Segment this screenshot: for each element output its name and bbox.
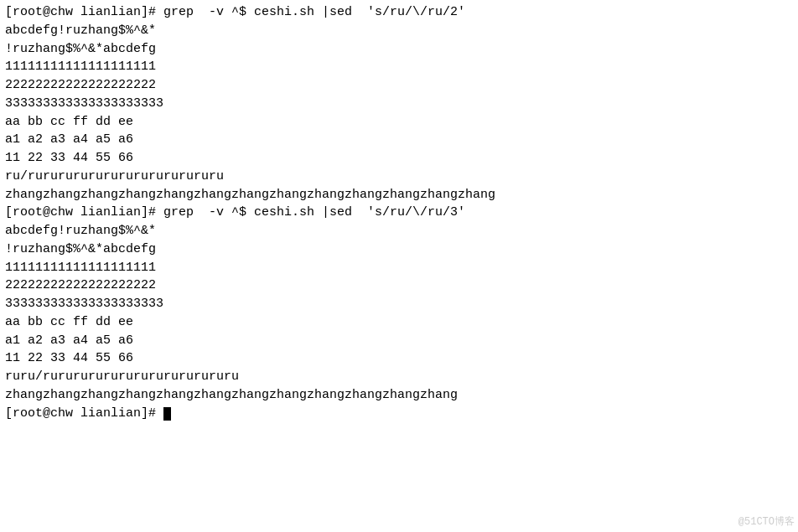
prompt-line: [root@chw lianlian]# grep -v ^$ ceshi.sh…	[5, 204, 793, 222]
output-line: ruru/rururururururururururururu	[5, 368, 793, 386]
output-line: zhangzhangzhangzhangzhangzhangzhangzhang…	[5, 386, 793, 405]
output-line: !ruzhang$%^&*abcdefg	[5, 240, 793, 259]
output-line: 333333333333333333333	[5, 295, 793, 313]
output-line: 22222222222222222222	[5, 76, 793, 95]
output-line: aa bb cc ff dd ee	[5, 113, 793, 132]
prompt-line: [root@chw lianlian]#	[5, 405, 793, 423]
output-line: zhangzhangzhangzhangzhangzhangzhangzhang…	[5, 186, 793, 204]
output-line: 11 22 33 44 55 66	[5, 349, 793, 368]
output-line: 333333333333333333333	[5, 95, 793, 113]
terminal-output: [root@chw lianlian]# grep -v ^$ ceshi.sh…	[5, 3, 793, 422]
prompt-line: [root@chw lianlian]# grep -v ^$ ceshi.sh…	[5, 3, 793, 22]
output-line: 22222222222222222222	[5, 276, 793, 295]
terminal-window: [root@chw lianlian]# grep -v ^$ ceshi.sh…	[0, 0, 798, 532]
output-line: abcdefg!ruzhang$%^&*	[5, 222, 793, 240]
watermark: @51CTO博客	[738, 514, 795, 529]
output-line: abcdefg!ruzhang$%^&*	[5, 22, 793, 40]
output-line: a1 a2 a3 a4 a5 a6	[5, 131, 793, 149]
output-line: a1 a2 a3 a4 a5 a6	[5, 332, 793, 350]
output-line: 11 22 33 44 55 66	[5, 149, 793, 168]
output-line: aa bb cc ff dd ee	[5, 313, 793, 332]
output-line: !ruzhang$%^&*abcdefg	[5, 40, 793, 59]
output-line: ru/rururururururururururururu	[5, 168, 793, 186]
output-line: 11111111111111111111	[5, 259, 793, 277]
cursor	[163, 407, 171, 421]
output-line: 11111111111111111111	[5, 58, 793, 76]
